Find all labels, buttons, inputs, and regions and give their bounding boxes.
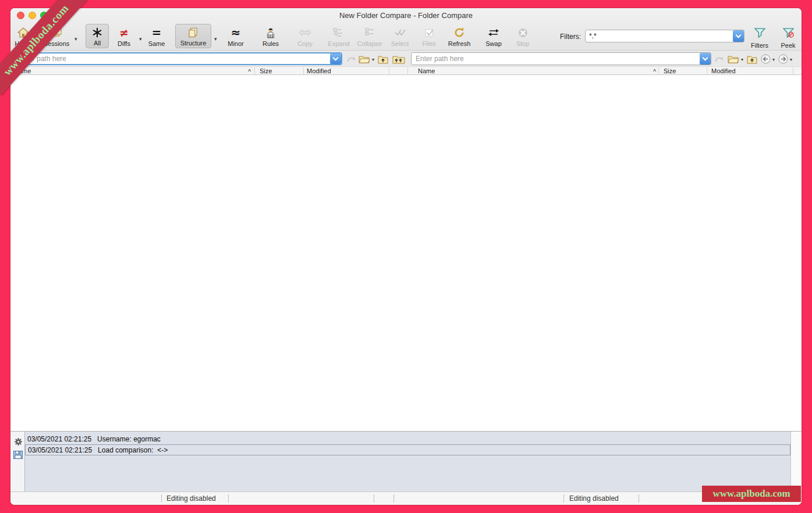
column-separator[interactable] — [793, 67, 793, 74]
column-separator[interactable] — [707, 67, 707, 74]
window-chrome: New Folder Compare - Folder Compare Home… — [10, 8, 802, 50]
chevron-down-icon — [736, 33, 742, 38]
chevron-down-icon — [333, 55, 339, 61]
left-path-combo — [13, 52, 342, 65]
status-separator — [639, 494, 639, 503]
filters-toolbar-button[interactable]: Filters — [746, 24, 773, 49]
left-open-parent-icon[interactable] — [347, 54, 356, 64]
collapse-tree-icon — [364, 26, 375, 39]
column-separator[interactable] — [658, 67, 659, 74]
left-modified-column-header[interactable]: Modified — [307, 67, 331, 74]
left-browse-folder-icon[interactable] — [359, 54, 370, 64]
toolbar-button-minor[interactable]: ≈ Minor — [222, 24, 250, 48]
left-path-input[interactable] — [14, 54, 330, 64]
column-separator[interactable] — [303, 67, 304, 74]
funnel-peek-icon — [783, 28, 794, 40]
status-separator — [228, 494, 229, 503]
column-separator[interactable] — [389, 67, 389, 74]
toolbar-button-label: Swap — [485, 40, 502, 47]
log-entry[interactable]: 03/05/2021 02:21:25 Username: egormac — [25, 433, 790, 444]
history-back-caret[interactable]: ▾ — [772, 57, 775, 62]
log-scrollbar-track[interactable] — [790, 432, 802, 491]
watermark-text: www.aplboda.com — [712, 488, 790, 500]
toolbar-button-structure[interactable]: Structure — [175, 24, 211, 48]
right-size-column-header[interactable]: Size — [664, 67, 676, 74]
left-file-list[interactable] — [10, 75, 407, 431]
column-separator[interactable] — [254, 67, 255, 74]
toolbar-button-label: Minor — [228, 40, 244, 47]
right-modified-column-header[interactable]: Modified — [711, 67, 736, 74]
right-path-dropdown-button[interactable] — [700, 53, 711, 65]
pane-divider[interactable] — [407, 67, 408, 74]
toolbar-button-diffs[interactable]: ≠ Diffs — [111, 24, 137, 48]
toolbar-button-label: Files — [422, 40, 435, 47]
right-file-list[interactable] — [407, 75, 802, 431]
log-message: Load comparison: <-> — [98, 446, 168, 454]
filters-input[interactable] — [586, 30, 733, 42]
history-back-icon[interactable] — [761, 54, 771, 64]
toolbar-button-label: Same — [148, 40, 165, 47]
status-separator — [374, 494, 374, 503]
right-sort-indicator[interactable]: ^ — [653, 68, 656, 74]
not-equal-icon: ≠ — [119, 26, 129, 39]
swap-icon — [488, 26, 499, 39]
toolbar-button-refresh[interactable]: Refresh — [444, 24, 474, 48]
right-path-input[interactable] — [412, 53, 700, 65]
compare-panes — [10, 75, 802, 431]
right-browse-folder-caret[interactable]: ▾ — [741, 57, 743, 62]
right-path-combo — [411, 52, 711, 65]
diffs-dropdown-caret[interactable]: ▾ — [139, 36, 142, 42]
toolbar-button-label: Copy — [297, 40, 313, 47]
toolbar-button-stop[interactable]: Stop — [511, 24, 534, 48]
left-folder-up-both-icon[interactable] — [392, 54, 405, 64]
right-name-column-header[interactable]: Name — [418, 67, 435, 74]
folder-compare-window: New Folder Compare - Folder Compare Home… — [10, 8, 802, 505]
toolbar-button-copy[interactable]: Copy — [292, 24, 318, 48]
filters-dropdown-button[interactable] — [733, 30, 744, 42]
refresh-icon — [453, 26, 465, 39]
right-folder-up-icon[interactable] — [747, 54, 757, 64]
toolbar-button-label: All — [94, 40, 101, 47]
expand-tree-icon — [333, 26, 345, 39]
equals-icon: = — [152, 26, 162, 39]
toolbar-button-label: Rules — [263, 40, 279, 47]
toolbar-button-same[interactable]: = Same — [144, 24, 169, 48]
peek-toolbar-button[interactable]: Peek — [776, 24, 800, 49]
right-editing-status: Editing disabled — [569, 494, 619, 503]
history-forward-caret[interactable]: ▾ — [790, 57, 792, 62]
left-folder-up-icon[interactable] — [378, 54, 388, 64]
toolbar-button-label: Collapse — [357, 40, 382, 47]
log-message: Username: egormac — [97, 435, 161, 443]
log-entry[interactable]: 03/05/2021 02:21:25 Load comparison: <-> — [25, 444, 790, 455]
filters-field-label: Filters: — [560, 33, 581, 41]
structure-dropdown-caret[interactable]: ▾ — [214, 36, 217, 42]
left-size-column-header[interactable]: Size — [260, 67, 272, 74]
toolbar-button-label: Select — [391, 40, 409, 47]
left-path-dropdown-button[interactable] — [330, 54, 341, 64]
watermark-box: www.aplboda.com — [702, 486, 801, 502]
sessions-dropdown-caret[interactable]: ▾ — [75, 36, 77, 42]
right-open-parent-icon[interactable] — [715, 54, 724, 64]
files-check-icon — [424, 26, 434, 39]
log-timestamp: 03/05/2021 02:21:25 — [27, 435, 91, 443]
toolbar-button-files[interactable]: Files — [417, 24, 441, 48]
left-browse-folder-caret[interactable]: ▾ — [372, 57, 374, 62]
copy-arrows-icon — [299, 26, 311, 39]
toolbar-button-expand[interactable]: Expand — [324, 24, 354, 48]
toolbar-button-select[interactable]: Select — [387, 24, 413, 48]
toolbar-button-rules[interactable]: Rules — [258, 24, 283, 48]
toolbar-button-all[interactable]: All — [86, 24, 109, 48]
peek-button-label: Peek — [781, 42, 795, 49]
left-sort-indicator[interactable]: ^ — [248, 68, 251, 74]
save-log-icon[interactable] — [13, 451, 23, 461]
gear-icon[interactable] — [14, 437, 23, 448]
status-separator — [393, 494, 394, 503]
toolbar-button-swap[interactable]: Swap — [481, 24, 506, 48]
toolbar-button-collapse[interactable]: Collapse — [353, 24, 387, 48]
toolbar-button-label: Stop — [516, 40, 530, 47]
right-browse-folder-icon[interactable] — [728, 54, 739, 64]
history-forward-icon[interactable] — [778, 54, 788, 64]
path-bar: ▾ ▾ ▾ ▾ — [10, 50, 802, 66]
title-bar[interactable]: New Folder Compare - Folder Compare — [10, 8, 802, 22]
status-bar: Editing disabled Editing disabled — [10, 491, 802, 505]
